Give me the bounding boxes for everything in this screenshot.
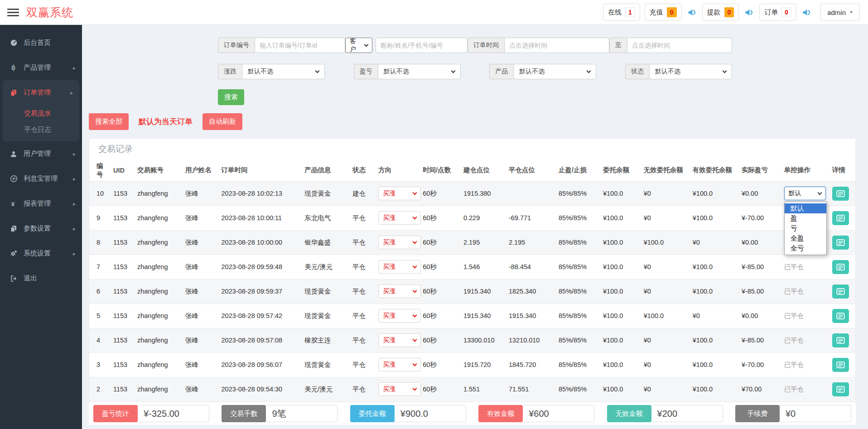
direction-select[interactable]: 买涨 (378, 211, 421, 225)
summary-invalid: 无效金额¥200 (607, 405, 723, 422)
trade-records-table: 编号UID交易账号用户姓名订单时间产品信息状态方向时间/点数建仓点位平仓点位止盈… (89, 159, 855, 401)
badge-orders[interactable]: 订单0 (759, 4, 796, 21)
search-all-button[interactable]: 搜索全部 (89, 113, 129, 130)
status-filter-group: 状态 默认不选 (625, 64, 732, 79)
direction-value: 买涨 (383, 287, 395, 295)
order-no-input[interactable] (255, 38, 345, 53)
dropdown-option[interactable]: 默认 (785, 203, 826, 213)
column-header: 产品信息 (302, 159, 350, 181)
sidebar-item-params[interactable]: 参数设置▸ (0, 216, 82, 241)
cell-account: zhangfeng (135, 279, 183, 304)
customer-input[interactable] (376, 38, 468, 53)
detail-button[interactable] (832, 211, 849, 225)
cell-duration: 60秒 (420, 181, 461, 206)
customer-group: 客户 (345, 38, 468, 53)
cell-account: zhangfeng (135, 255, 183, 279)
cell-valid: ¥100.0 (690, 377, 739, 401)
sidebar-item-home[interactable]: 后台首页 (0, 30, 82, 55)
status-select[interactable]: 默认不选 (649, 64, 732, 79)
detail-button[interactable] (832, 284, 849, 299)
sidebar-subitem-trade-flow[interactable]: 交易流水 (3, 105, 79, 121)
sidebar-item-users[interactable]: 用户管理▸ (0, 141, 82, 166)
cell-control: 默认默认盈亏全盈全亏 (781, 181, 829, 206)
direction-select[interactable]: 买涨 (378, 358, 421, 371)
sidebar-item-label: 订单管理 (24, 88, 70, 97)
detail-button[interactable] (832, 236, 849, 250)
search-button[interactable]: 搜索 (218, 89, 244, 105)
badge-count: 0 (724, 7, 734, 17)
detail-button[interactable] (832, 309, 849, 323)
cell-close-point: -69.771 (506, 206, 556, 230)
speaker-icon[interactable] (687, 8, 697, 17)
cell-status: 平仓 (350, 255, 376, 279)
updown-select[interactable]: 默认不选 (242, 64, 325, 79)
dropdown-option[interactable]: 全亏 (785, 243, 826, 253)
cell-open-point: 1915.380 (461, 181, 506, 206)
to-label: 至 (609, 38, 627, 53)
dropdown-option[interactable]: 亏 (785, 223, 826, 233)
detail-button[interactable] (832, 358, 849, 372)
time-from-input[interactable] (504, 38, 609, 53)
dropdown-option[interactable]: 盈 (785, 213, 826, 223)
trade-records-panel: 交易记录 编号UID交易账号用户姓名订单时间产品信息状态方向时间/点数建仓点位平… (89, 138, 856, 401)
cell-product: 现货黄金 (302, 279, 350, 304)
brand-logo[interactable]: 双赢系统 (26, 5, 73, 20)
badge-online[interactable]: 在线1 (603, 4, 640, 21)
speaker-icon[interactable] (744, 8, 754, 17)
sidebar-item-system[interactable]: 系统设置▸ (0, 241, 82, 266)
detail-button[interactable] (832, 382, 849, 396)
direction-select[interactable]: 买涨 (378, 333, 421, 347)
sidebar-item-logout[interactable]: 退出 (0, 266, 82, 291)
direction-select[interactable]: 买涨 (378, 382, 421, 396)
cell-close-point: 13210.010 (506, 328, 556, 352)
control-status: 已平仓 (784, 337, 804, 344)
detail-button[interactable] (832, 333, 849, 347)
cell-invalid: ¥100.0 (641, 230, 690, 255)
cell-sl-tp: 85%/85% (556, 304, 600, 328)
sidebar-item-products[interactable]: B产品管理▸ (0, 55, 82, 80)
cell-direction: 买涨 (376, 230, 420, 255)
badge-withdraw[interactable]: 提款0 (702, 4, 739, 21)
cell-close-point: 1915.340 (506, 304, 556, 328)
customer-type-select[interactable]: 客户 (345, 38, 372, 53)
cell-direction: 买涨 (376, 255, 420, 279)
direction-select[interactable]: 买涨 (378, 187, 421, 200)
detail-button[interactable] (832, 260, 849, 274)
speaker-icon[interactable] (802, 8, 811, 17)
product-select[interactable]: 默认不选 (513, 64, 596, 79)
direction-select[interactable]: 买涨 (378, 284, 421, 298)
cell-profit: ¥0.00 (739, 304, 781, 328)
sidebar-item-reports[interactable]: ¥报表管理▸ (0, 191, 82, 216)
hamburger-menu-icon[interactable] (7, 7, 19, 18)
profit-select[interactable]: 默认不选 (378, 64, 461, 79)
cell-account: zhangfeng (135, 304, 183, 328)
control-select[interactable]: 默认 (784, 187, 826, 200)
order-time-label: 订单时间 (468, 38, 504, 53)
updown-value: 默认不选 (248, 67, 273, 76)
badge-count: 0 (781, 7, 791, 17)
auto-refresh-button[interactable]: 自动刷新 (203, 113, 242, 130)
updown-group: 涨跌 默认不选 (218, 64, 325, 79)
sidebar-item-interest[interactable]: P利息宝管理▸ (0, 166, 82, 191)
profit-value: 默认不选 (384, 67, 409, 76)
dropdown-option[interactable]: 全盈 (785, 233, 826, 243)
sidebar-subitem-close-log[interactable]: 平仓日志 (3, 121, 79, 138)
badge-recharge[interactable]: 充值0 (645, 4, 682, 21)
summary-value: ¥0 (780, 405, 851, 422)
column-header: 平仓点位 (506, 159, 556, 181)
chevron-right-icon: ▸ (70, 90, 73, 96)
direction-select[interactable]: 买涨 (378, 309, 421, 323)
cell-entrust: ¥100.0 (600, 255, 641, 279)
direction-select[interactable]: 买涨 (378, 236, 421, 249)
sidebar-item-orders[interactable]: 订单管理▸ (3, 80, 79, 105)
user-menu[interactable]: admin (820, 4, 860, 21)
cell-direction: 买涨 (376, 181, 420, 206)
cell-control: 已平仓 (781, 279, 829, 304)
time-to-input[interactable] (627, 38, 732, 53)
cell-id: 8 (89, 230, 111, 255)
chevron-right-icon: ▸ (73, 226, 76, 232)
detail-button[interactable] (832, 187, 849, 201)
direction-select[interactable]: 买涨 (378, 260, 421, 274)
cell-control: 已平仓 (781, 352, 829, 377)
cell-status: 建仓 (350, 181, 376, 206)
